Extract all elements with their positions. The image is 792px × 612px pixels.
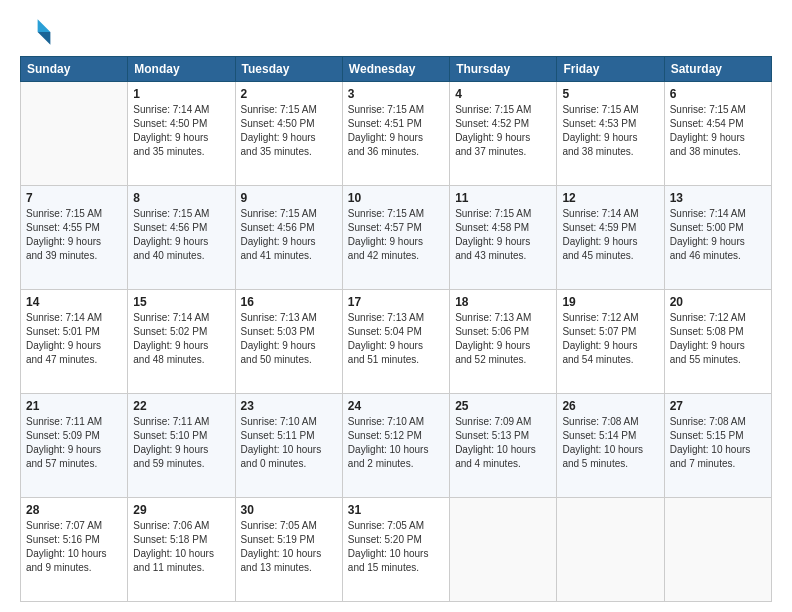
day-number: 23: [241, 398, 337, 414]
calendar-cell: 15Sunrise: 7:14 AMSunset: 5:02 PMDayligh…: [128, 290, 235, 394]
header: [20, 16, 772, 48]
calendar-cell: 27Sunrise: 7:08 AMSunset: 5:15 PMDayligh…: [664, 394, 771, 498]
calendar-cell: 11Sunrise: 7:15 AMSunset: 4:58 PMDayligh…: [450, 186, 557, 290]
calendar-cell: 19Sunrise: 7:12 AMSunset: 5:07 PMDayligh…: [557, 290, 664, 394]
logo: [20, 16, 56, 48]
calendar-week-5: 28Sunrise: 7:07 AMSunset: 5:16 PMDayligh…: [21, 498, 772, 602]
calendar-cell: 2Sunrise: 7:15 AMSunset: 4:50 PMDaylight…: [235, 82, 342, 186]
day-number: 24: [348, 398, 444, 414]
calendar-cell: 4Sunrise: 7:15 AMSunset: 4:52 PMDaylight…: [450, 82, 557, 186]
day-number: 31: [348, 502, 444, 518]
day-info: Sunrise: 7:08 AMSunset: 5:14 PMDaylight:…: [562, 415, 658, 471]
day-number: 18: [455, 294, 551, 310]
calendar-cell: 22Sunrise: 7:11 AMSunset: 5:10 PMDayligh…: [128, 394, 235, 498]
day-number: 6: [670, 86, 766, 102]
day-number: 9: [241, 190, 337, 206]
day-info: Sunrise: 7:15 AMSunset: 4:54 PMDaylight:…: [670, 103, 766, 159]
day-number: 17: [348, 294, 444, 310]
calendar-cell: 12Sunrise: 7:14 AMSunset: 4:59 PMDayligh…: [557, 186, 664, 290]
day-info: Sunrise: 7:12 AMSunset: 5:08 PMDaylight:…: [670, 311, 766, 367]
day-number: 4: [455, 86, 551, 102]
day-info: Sunrise: 7:15 AMSunset: 4:55 PMDaylight:…: [26, 207, 122, 263]
day-number: 11: [455, 190, 551, 206]
day-number: 10: [348, 190, 444, 206]
calendar-header-wednesday: Wednesday: [342, 57, 449, 82]
calendar-header-row: SundayMondayTuesdayWednesdayThursdayFrid…: [21, 57, 772, 82]
day-number: 30: [241, 502, 337, 518]
day-number: 25: [455, 398, 551, 414]
day-info: Sunrise: 7:14 AMSunset: 5:00 PMDaylight:…: [670, 207, 766, 263]
calendar-cell: 18Sunrise: 7:13 AMSunset: 5:06 PMDayligh…: [450, 290, 557, 394]
day-info: Sunrise: 7:08 AMSunset: 5:15 PMDaylight:…: [670, 415, 766, 471]
calendar-week-4: 21Sunrise: 7:11 AMSunset: 5:09 PMDayligh…: [21, 394, 772, 498]
day-info: Sunrise: 7:14 AMSunset: 4:50 PMDaylight:…: [133, 103, 229, 159]
calendar-header-saturday: Saturday: [664, 57, 771, 82]
calendar-week-3: 14Sunrise: 7:14 AMSunset: 5:01 PMDayligh…: [21, 290, 772, 394]
calendar-header-sunday: Sunday: [21, 57, 128, 82]
calendar-cell: 9Sunrise: 7:15 AMSunset: 4:56 PMDaylight…: [235, 186, 342, 290]
day-info: Sunrise: 7:15 AMSunset: 4:50 PMDaylight:…: [241, 103, 337, 159]
day-number: 22: [133, 398, 229, 414]
day-info: Sunrise: 7:15 AMSunset: 4:56 PMDaylight:…: [241, 207, 337, 263]
calendar-header-tuesday: Tuesday: [235, 57, 342, 82]
day-number: 3: [348, 86, 444, 102]
calendar-header-friday: Friday: [557, 57, 664, 82]
day-number: 5: [562, 86, 658, 102]
day-info: Sunrise: 7:11 AMSunset: 5:09 PMDaylight:…: [26, 415, 122, 471]
day-info: Sunrise: 7:14 AMSunset: 5:02 PMDaylight:…: [133, 311, 229, 367]
day-number: 13: [670, 190, 766, 206]
calendar-cell: 1Sunrise: 7:14 AMSunset: 4:50 PMDaylight…: [128, 82, 235, 186]
day-info: Sunrise: 7:06 AMSunset: 5:18 PMDaylight:…: [133, 519, 229, 575]
day-number: 27: [670, 398, 766, 414]
day-number: 8: [133, 190, 229, 206]
calendar-cell: 28Sunrise: 7:07 AMSunset: 5:16 PMDayligh…: [21, 498, 128, 602]
day-info: Sunrise: 7:11 AMSunset: 5:10 PMDaylight:…: [133, 415, 229, 471]
day-number: 26: [562, 398, 658, 414]
svg-marker-0: [38, 19, 51, 32]
calendar-cell: [21, 82, 128, 186]
calendar-cell: 7Sunrise: 7:15 AMSunset: 4:55 PMDaylight…: [21, 186, 128, 290]
day-number: 28: [26, 502, 122, 518]
calendar-cell: [450, 498, 557, 602]
day-info: Sunrise: 7:12 AMSunset: 5:07 PMDaylight:…: [562, 311, 658, 367]
day-info: Sunrise: 7:14 AMSunset: 4:59 PMDaylight:…: [562, 207, 658, 263]
calendar-cell: 8Sunrise: 7:15 AMSunset: 4:56 PMDaylight…: [128, 186, 235, 290]
calendar-cell: 14Sunrise: 7:14 AMSunset: 5:01 PMDayligh…: [21, 290, 128, 394]
calendar-cell: 17Sunrise: 7:13 AMSunset: 5:04 PMDayligh…: [342, 290, 449, 394]
svg-marker-1: [38, 32, 51, 45]
day-number: 14: [26, 294, 122, 310]
calendar-cell: 20Sunrise: 7:12 AMSunset: 5:08 PMDayligh…: [664, 290, 771, 394]
calendar-cell: 25Sunrise: 7:09 AMSunset: 5:13 PMDayligh…: [450, 394, 557, 498]
day-info: Sunrise: 7:15 AMSunset: 4:52 PMDaylight:…: [455, 103, 551, 159]
calendar-week-1: 1Sunrise: 7:14 AMSunset: 4:50 PMDaylight…: [21, 82, 772, 186]
day-number: 29: [133, 502, 229, 518]
calendar-cell: 13Sunrise: 7:14 AMSunset: 5:00 PMDayligh…: [664, 186, 771, 290]
calendar-table: SundayMondayTuesdayWednesdayThursdayFrid…: [20, 56, 772, 602]
calendar-cell: [557, 498, 664, 602]
logo-icon: [20, 16, 52, 48]
calendar-cell: 23Sunrise: 7:10 AMSunset: 5:11 PMDayligh…: [235, 394, 342, 498]
day-info: Sunrise: 7:10 AMSunset: 5:12 PMDaylight:…: [348, 415, 444, 471]
day-info: Sunrise: 7:10 AMSunset: 5:11 PMDaylight:…: [241, 415, 337, 471]
day-info: Sunrise: 7:15 AMSunset: 4:57 PMDaylight:…: [348, 207, 444, 263]
day-number: 2: [241, 86, 337, 102]
day-number: 20: [670, 294, 766, 310]
day-number: 12: [562, 190, 658, 206]
day-info: Sunrise: 7:09 AMSunset: 5:13 PMDaylight:…: [455, 415, 551, 471]
page: SundayMondayTuesdayWednesdayThursdayFrid…: [0, 0, 792, 612]
calendar-week-2: 7Sunrise: 7:15 AMSunset: 4:55 PMDaylight…: [21, 186, 772, 290]
calendar-header-monday: Monday: [128, 57, 235, 82]
day-number: 7: [26, 190, 122, 206]
calendar-header-thursday: Thursday: [450, 57, 557, 82]
calendar-cell: [664, 498, 771, 602]
day-info: Sunrise: 7:07 AMSunset: 5:16 PMDaylight:…: [26, 519, 122, 575]
calendar-cell: 10Sunrise: 7:15 AMSunset: 4:57 PMDayligh…: [342, 186, 449, 290]
calendar-cell: 29Sunrise: 7:06 AMSunset: 5:18 PMDayligh…: [128, 498, 235, 602]
day-info: Sunrise: 7:13 AMSunset: 5:06 PMDaylight:…: [455, 311, 551, 367]
calendar-cell: 21Sunrise: 7:11 AMSunset: 5:09 PMDayligh…: [21, 394, 128, 498]
day-info: Sunrise: 7:15 AMSunset: 4:56 PMDaylight:…: [133, 207, 229, 263]
day-number: 1: [133, 86, 229, 102]
calendar-cell: 16Sunrise: 7:13 AMSunset: 5:03 PMDayligh…: [235, 290, 342, 394]
day-number: 16: [241, 294, 337, 310]
day-info: Sunrise: 7:05 AMSunset: 5:19 PMDaylight:…: [241, 519, 337, 575]
